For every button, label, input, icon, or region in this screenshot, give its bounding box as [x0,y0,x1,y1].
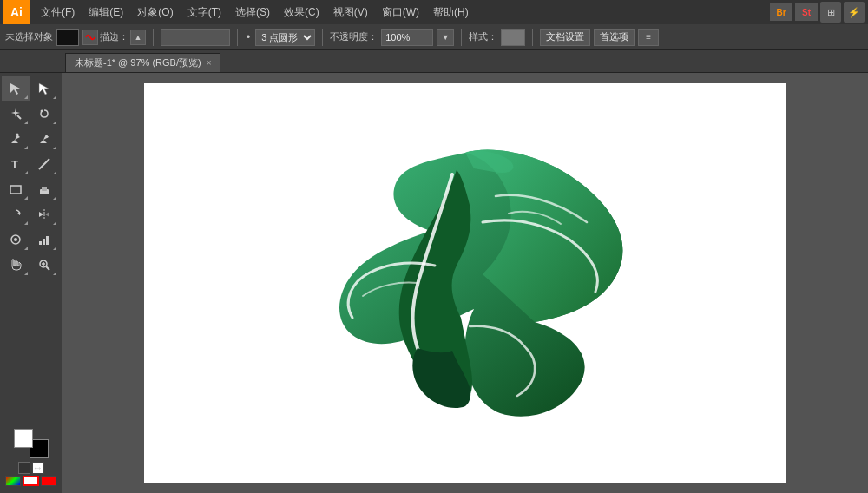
swap-colors-icon[interactable]: ↔ [32,462,44,474]
stroke-up-icon[interactable]: ▲ [130,30,146,45]
hand-tool[interactable] [2,253,30,277]
stroke-icon[interactable] [82,30,98,45]
tool-row-3: + [2,127,60,151]
red-swatch[interactable] [41,476,56,486]
svg-rect-5 [10,186,21,194]
opacity-label: 不透明度： [330,30,378,43]
color-mode-swatch[interactable] [5,476,21,486]
tool-row-8 [2,253,60,277]
divider-2 [237,29,238,46]
doc-settings-button[interactable]: 文档设置 [540,29,590,46]
divider-5 [532,29,533,46]
leaf-logo [283,127,648,439]
main-layout: + T [0,73,868,493]
menu-window[interactable]: 窗口(W) [376,0,425,24]
pen-tool[interactable] [2,127,30,151]
extras-icon[interactable]: ⚡ [844,2,865,23]
svg-line-4 [39,159,49,169]
tool-row-7 [2,227,60,252]
document-tab[interactable]: 未标题-1* @ 97% (RGB/预览) × [65,53,220,72]
zoom-tool[interactable] [30,253,58,277]
menu-file[interactable]: 文件(F) [35,0,81,24]
svg-rect-7 [42,187,47,191]
svg-line-0 [17,115,21,119]
svg-rect-12 [39,241,42,245]
options-bar: 未选择对象 描边： ▲ • 3 点圆形 不透明度： ▼ 样式： 文档设置 首选项… [0,24,868,50]
bullet: • [245,31,252,43]
stock-button[interactable]: St [795,3,818,21]
direct-select-tool[interactable] [30,76,58,101]
menu-object[interactable]: 对象(O) [131,0,179,24]
artboard [144,83,786,483]
divider-1 [153,29,154,46]
svg-text:T: T [11,158,18,171]
menu-select[interactable]: 选择(S) [229,0,276,24]
opacity-arrow[interactable]: ▼ [437,29,454,46]
svg-line-16 [46,266,49,270]
rotate-tool[interactable] [2,202,30,227]
type-tool[interactable]: T [2,152,30,176]
fill-color[interactable] [56,29,79,46]
stroke-label: 描边： [100,30,128,43]
panel-toggle[interactable]: ≡ [638,29,659,46]
menu-help[interactable]: 帮助(H) [427,0,475,24]
tool-row-1 [2,76,60,101]
menu-text[interactable]: 文字(T) [181,0,227,24]
stroke-type-select[interactable]: 3 点圆形 [255,29,315,46]
tab-title: 未标题-1* @ 97% (RGB/预览) [75,56,201,69]
extra-swatches: ↔ [5,462,56,474]
tool-row-4: T [2,152,60,176]
menu-edit[interactable]: 编辑(E) [82,0,129,24]
divider-4 [461,29,462,46]
magic-wand-tool[interactable] [2,102,30,126]
bridge-icons: Br St ⊞ ⚡ [770,2,865,23]
stroke-preview [161,29,230,46]
foreground-color-swatch[interactable] [14,429,33,448]
workspace-icon[interactable]: ⊞ [820,2,841,23]
svg-point-1 [16,134,19,136]
add-anchor-tool[interactable]: + [30,127,58,151]
rectangle-tool[interactable] [2,177,30,201]
line-tool[interactable] [30,152,58,176]
divider-3 [322,29,323,46]
lasso-tool[interactable] [30,102,58,126]
style-label: 样式： [469,30,497,43]
tab-bar: 未标题-1* @ 97% (RGB/预览) × [0,50,868,73]
svg-point-11 [14,238,17,241]
select-tool[interactable] [2,76,30,101]
svg-rect-13 [43,239,45,245]
tool-row-5 [2,177,60,201]
preferences-button[interactable]: 首选项 [594,29,635,46]
symbol-tool[interactable] [2,227,30,252]
tab-close-button[interactable]: × [207,58,212,68]
color-swatches [14,429,49,458]
eraser-tool[interactable] [30,177,58,201]
toolbar: + T [0,73,62,493]
graph-tool[interactable] [30,227,58,252]
menu-bar: Ai 文件(F) 编辑(E) 对象(O) 文字(T) 选择(S) 效果(C) 视… [0,0,868,24]
opacity-input[interactable] [381,29,433,46]
reflect-tool[interactable] [30,202,58,227]
svg-text:+: + [45,133,49,141]
svg-marker-8 [17,212,20,215]
none-swatch[interactable] [18,462,30,474]
tool-row-2 [2,102,60,126]
svg-rect-14 [46,236,49,245]
style-preview[interactable] [501,29,525,46]
tool-row-6 [2,202,60,227]
color-area: ↔ [2,424,60,490]
color-mode-row [5,476,56,486]
menu-view[interactable]: 视图(V) [327,0,374,24]
menu-effect[interactable]: 效果(C) [278,0,326,24]
canvas-area [62,73,868,493]
no-selection-label: 未选择对象 [5,30,53,43]
app-logo: Ai [3,0,30,24]
bridge-button[interactable]: Br [770,3,792,21]
gradient-swatch[interactable] [23,476,38,486]
